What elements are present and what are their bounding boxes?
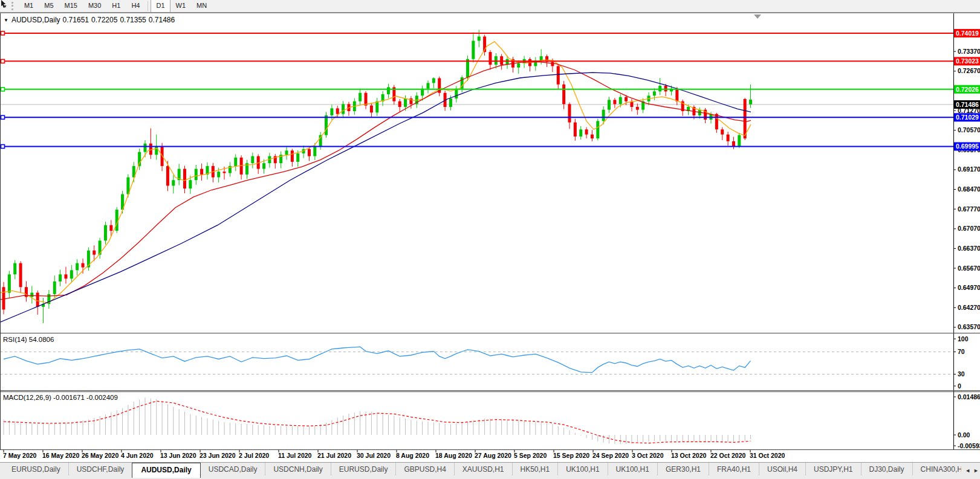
- chart-title: ▼AUDUSD,Daily0.716510.722050.713550.7148…: [4, 16, 177, 24]
- chevron-left-icon[interactable]: ◄: [965, 467, 970, 474]
- date-label: 27 Aug 2020: [475, 452, 511, 459]
- chart-tab-usoil-h4[interactable]: USOil,H4: [759, 463, 805, 475]
- price-tick-label: 0.67070: [958, 225, 980, 232]
- date-label: 16 May 2020: [42, 452, 79, 459]
- date-label: 8 Aug 2020: [396, 452, 429, 459]
- timeframe-button-m5[interactable]: M5: [39, 0, 59, 13]
- cursor-arrow-icon: [0, 0, 7, 8]
- chart-tab-fra40-h1[interactable]: FRA40,H1: [709, 463, 759, 475]
- window-edge: [0, 12, 980, 13]
- price-tick-label: 0.65670: [958, 265, 980, 272]
- tab-scroll-controls: ◄ ►: [962, 467, 979, 474]
- macd-tick-label: 0.00: [958, 431, 970, 439]
- chart-tab-xauusd-h1[interactable]: XAUUSD,H1: [454, 463, 512, 475]
- date-label: 26 May 2020: [82, 452, 118, 459]
- date-label: 5 Sep 2020: [514, 452, 547, 459]
- rsi-label: RSI(14) 54.0806: [3, 336, 54, 343]
- timeframe-buttons: M1M5M15M30H1H4D1W1MN: [19, 0, 212, 13]
- timeframe-button-h1[interactable]: H1: [106, 0, 126, 13]
- chart-tab-ger30-h1[interactable]: GER30,H1: [657, 463, 709, 475]
- chevron-right-icon[interactable]: ►: [973, 467, 979, 474]
- date-label: 24 Sep 2020: [592, 452, 629, 459]
- svg-text:0.72026: 0.72026: [956, 86, 979, 93]
- date-label: 11 Jul 2020: [278, 452, 312, 459]
- date-label: 31 Oct 2020: [750, 452, 785, 459]
- date-label: 21 Jul 2020: [317, 452, 351, 459]
- date-label: 15 Sep 2020: [553, 452, 589, 459]
- mt4-terminal: 0.733700.726700.719700.712700.705700.698…: [0, 0, 980, 479]
- svg-text:0.74019: 0.74019: [956, 30, 979, 37]
- date-label: 4 Jun 2020: [121, 452, 154, 459]
- low-value: 0.71355: [120, 16, 146, 24]
- rsi-tick-label: 70: [958, 348, 965, 355]
- chart-tab-hk50-h1[interactable]: HK50,H1: [512, 463, 558, 475]
- chart-tab-audusd-daily[interactable]: AUDUSD,Daily: [132, 463, 200, 478]
- price-tick-label: 0.72670: [958, 67, 980, 74]
- chart-canvas[interactable]: 0.733700.726700.719700.712700.705700.698…: [0, 0, 980, 479]
- date-label: 30 Jul 2020: [357, 452, 391, 459]
- svg-text:0.73023: 0.73023: [956, 57, 979, 65]
- macd-tick-label: 0.014861: [958, 393, 980, 400]
- date-label: 7 May 2020: [3, 452, 37, 459]
- date-label: 23 Jun 2020: [200, 452, 236, 459]
- toolbar-separator: [148, 1, 148, 11]
- price-tick-label: 0.69170: [958, 166, 980, 173]
- timeframe-button-m30[interactable]: M30: [83, 0, 106, 13]
- collapse-triangle-icon[interactable]: ▼: [4, 18, 8, 23]
- timeframe-button-d1[interactable]: D1: [151, 0, 170, 13]
- chart-tab-eurusd-daily[interactable]: EURUSD,Daily: [4, 463, 68, 475]
- chart-tab-usdcad-daily[interactable]: USDCAD,Daily: [201, 463, 265, 475]
- svg-text:0.71029: 0.71029: [956, 114, 979, 121]
- cursor-tool-button[interactable]: ▼: [0, 1, 10, 11]
- chart-tab-dj30-daily[interactable]: DJ30,Daily: [861, 463, 912, 475]
- timeframe-button-h4[interactable]: H4: [126, 0, 145, 13]
- price-tick-label: 0.63570: [958, 323, 980, 330]
- rsi-tick-label: 100: [958, 335, 969, 342]
- close-value: 0.71486: [149, 16, 175, 24]
- high-value: 0.72205: [91, 16, 117, 24]
- toolbar-grip[interactable]: [11, 2, 15, 10]
- macd-tick-label: -0.005938: [958, 442, 980, 449]
- date-label: 18 Aug 2020: [435, 452, 472, 459]
- rsi-tick-label: 30: [958, 370, 965, 378]
- chart-tab-china300-h1[interactable]: CHINA300,H1: [912, 463, 961, 475]
- date-label: 3 Oct 2020: [632, 452, 664, 459]
- chart-tabbar: EURUSD,DailyUSDCHF,DailyAUDUSD,DailyUSDC…: [0, 462, 980, 479]
- price-tick-label: 0.73370: [958, 48, 980, 55]
- date-label: 13 Oct 2020: [671, 452, 707, 459]
- price-tick-label: 0.64270: [958, 304, 980, 311]
- timeframes-toolbar: ▼ M1M5M15M30H1H4D1W1MN: [0, 0, 980, 13]
- price-tick-label: 0.67770: [958, 205, 980, 213]
- chart-tab-gbpusd-h4[interactable]: GBPUSD,H4: [395, 463, 453, 475]
- chart-tab-usdjpy-h1[interactable]: USDJPY,H1: [805, 463, 860, 475]
- symbol-period-label: AUDUSD,Daily: [11, 16, 60, 24]
- timeframe-button-mn[interactable]: MN: [191, 0, 212, 13]
- chart-tab-uk100-h1[interactable]: UK100,H1: [557, 463, 607, 475]
- svg-text:0.69995: 0.69995: [956, 143, 979, 150]
- timeframe-button-w1[interactable]: W1: [170, 0, 192, 13]
- rsi-tick-label: 0: [958, 382, 961, 390]
- price-tick-label: 0.64970: [958, 284, 980, 291]
- date-label: 22 Oct 2020: [710, 452, 746, 459]
- chart-tab-usdchf-daily[interactable]: USDCHF,Daily: [68, 463, 132, 475]
- chart-tab-uk100-h1[interactable]: UK100,H1: [608, 463, 657, 475]
- price-tick-label: 0.70570: [958, 126, 980, 133]
- svg-text:0.71486: 0.71486: [956, 101, 979, 108]
- chart-tabs: EURUSD,DailyUSDCHF,DailyAUDUSD,DailyUSDC…: [0, 463, 961, 478]
- chart-tab-usdcnh-daily[interactable]: USDCNH,Daily: [265, 463, 330, 475]
- timeframe-button-m15[interactable]: M15: [59, 0, 83, 13]
- macd-label: MACD(12,26,9) -0.001671 -0.002409: [3, 394, 118, 401]
- date-label: 2 Jul 2020: [239, 452, 269, 459]
- timeframe-button-m1[interactable]: M1: [19, 0, 39, 13]
- date-label: 13 Jun 2020: [160, 452, 196, 459]
- chart-tab-eurusd-daily[interactable]: EURUSD,Daily: [331, 463, 396, 475]
- price-tick-label: 0.66370: [958, 245, 980, 252]
- price-tick-label: 0.68470: [958, 185, 980, 193]
- open-value: 0.71651: [63, 16, 89, 24]
